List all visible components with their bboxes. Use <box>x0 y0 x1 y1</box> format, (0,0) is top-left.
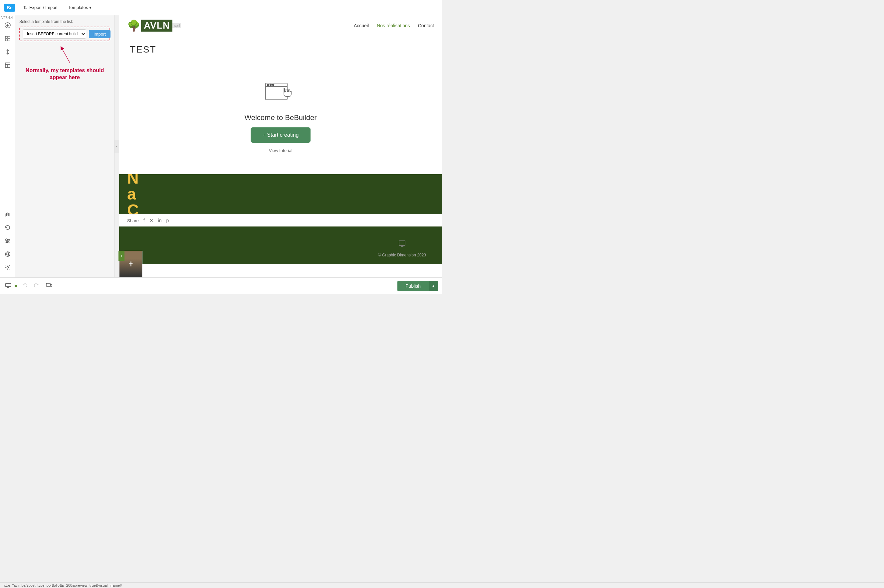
svg-point-15 <box>8 240 9 242</box>
svg-rect-5 <box>5 39 8 41</box>
welcome-block: Welcome to BeBuilder + Start creating Vi… <box>130 62 431 166</box>
import-button[interactable]: Import <box>89 30 110 38</box>
export-import-icon: ⇅ <box>23 5 27 10</box>
svg-rect-31 <box>46 284 50 286</box>
undo-button[interactable] <box>21 281 30 290</box>
top-toolbar: Be ⇅ Export / Import Templates ▾ <box>0 0 442 15</box>
logo-sprl-text: sprl <box>172 23 181 28</box>
main-content: 🌳 AVLN sprl Accueil Nos réalisations Con… <box>119 15 442 278</box>
nav-realisations[interactable]: Nos réalisations <box>377 23 410 28</box>
site-logo: 🌳 AVLN sprl <box>127 19 181 32</box>
collapse-btn[interactable]: ‹ <box>114 140 119 153</box>
svg-point-16 <box>6 242 8 243</box>
export-import-button[interactable]: ⇅ Export / Import <box>21 4 60 12</box>
pinterest-icon[interactable]: p <box>167 218 169 223</box>
share-bar: Share f ✕ in p <box>119 214 442 226</box>
templates-chevron-icon: ▾ <box>89 5 92 10</box>
sidebar-grid-icon[interactable] <box>2 33 14 45</box>
desktop-icon[interactable] <box>4 282 13 290</box>
panel-label: Select a template from the list: <box>19 19 110 24</box>
footer-copyright: © Graphic Dimension 2023 <box>378 253 426 257</box>
sidebar-gear-icon[interactable] <box>2 261 14 273</box>
site-body: TEST Welcome to BeBuilder + Start creati… <box>119 36 442 174</box>
sidebar-add-icon[interactable] <box>2 19 14 31</box>
sidebar-history-icon[interactable] <box>2 222 14 234</box>
version-badge: V27.4.4 <box>2 16 13 20</box>
footer-right: © Graphic Dimension 2023 <box>378 240 426 257</box>
sidebar-move-icon[interactable] <box>2 46 14 58</box>
logo-avln-text: AVLN <box>141 20 172 32</box>
annotation-text: Normally, my templates should appear her… <box>19 64 110 84</box>
site-nav: Accueil Nos réalisations Contact <box>354 23 434 28</box>
undo-redo-controls <box>21 281 41 290</box>
svg-point-14 <box>6 239 8 240</box>
sidebar-sliders-icon[interactable] <box>2 235 14 247</box>
insert-position-select[interactable]: Insert BEFORE current build <box>23 29 86 39</box>
left-sidebar <box>0 15 15 278</box>
svg-rect-25 <box>399 241 405 246</box>
nav-contact[interactable]: Contact <box>418 23 434 28</box>
responsive-icon[interactable] <box>44 281 54 291</box>
site-header: 🌳 AVLN sprl Accueil Nos réalisations Con… <box>119 15 442 36</box>
svg-point-23 <box>270 84 272 86</box>
svg-rect-3 <box>5 36 8 38</box>
sidebar-layers-icon[interactable] <box>2 208 14 220</box>
svg-point-18 <box>7 267 8 268</box>
publish-dropdown-button[interactable]: ▲ <box>429 281 438 291</box>
svg-point-24 <box>272 84 274 86</box>
prev-slide-button[interactable]: ‹ <box>119 251 125 261</box>
redo-button[interactable] <box>31 281 41 290</box>
sidebar-layout-icon[interactable] <box>2 59 14 71</box>
facebook-icon[interactable]: f <box>143 218 145 223</box>
svg-point-22 <box>267 84 269 86</box>
twitter-icon[interactable]: ✕ <box>149 218 153 223</box>
templates-button[interactable]: Templates ▾ <box>66 4 94 11</box>
nav-accueil[interactable]: Accueil <box>354 23 369 28</box>
dark-section-text: NaC <box>127 174 139 214</box>
svg-rect-4 <box>8 36 10 38</box>
sidebar-globe-icon[interactable] <box>2 248 14 260</box>
svg-rect-6 <box>8 39 10 41</box>
welcome-title: Welcome to BeBuilder <box>244 113 317 122</box>
templates-label: Templates <box>68 5 88 10</box>
logo-tree-icon: 🌳 <box>127 19 140 32</box>
annotation-arrow-svg <box>55 45 75 64</box>
dark-section: NaC <box>119 174 442 214</box>
device-icons <box>4 282 17 290</box>
welcome-builder-icon <box>264 81 297 108</box>
publish-button[interactable]: Publish <box>397 281 429 291</box>
collapse-handle[interactable]: ‹ <box>114 15 119 278</box>
linkedin-icon[interactable]: in <box>158 218 162 223</box>
view-tutorial-link[interactable]: View tutorial <box>269 148 293 153</box>
export-import-label: Export / Import <box>29 5 57 10</box>
svg-rect-32 <box>50 284 52 286</box>
footer-upload-icon <box>378 240 426 249</box>
templates-panel: Select a template from the list: Insert … <box>15 15 114 278</box>
page-title: TEST <box>130 44 431 55</box>
start-creating-button[interactable]: + Start creating <box>251 128 311 142</box>
bottom-bar: Publish ▲ <box>0 278 442 294</box>
template-select-box: Insert BEFORE current build Import <box>19 27 110 41</box>
site-footer: © Graphic Dimension 2023 <box>119 226 442 264</box>
be-logo[interactable]: Be <box>4 4 15 12</box>
svg-rect-28 <box>6 284 11 286</box>
publish-group: Publish ▲ <box>397 281 438 291</box>
svg-line-19 <box>62 48 70 63</box>
active-indicator <box>15 285 17 287</box>
share-label: Share <box>127 218 139 223</box>
